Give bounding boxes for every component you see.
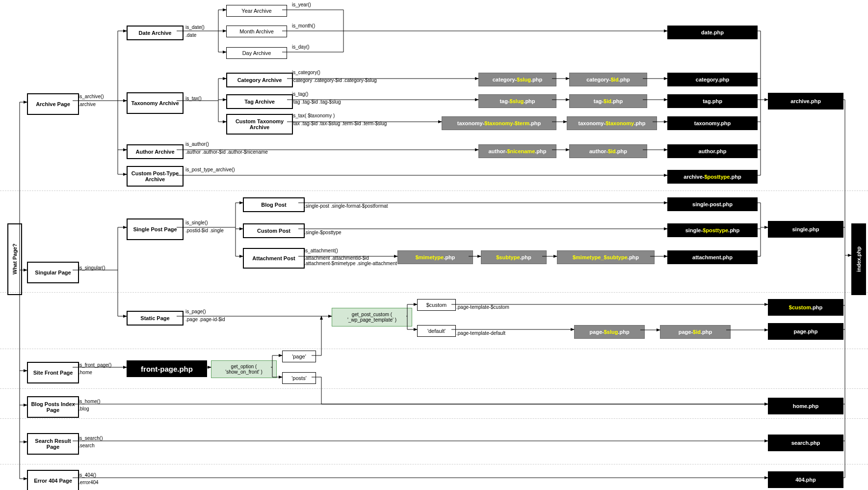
custom-tax-archive: Custom Taxonomy Archive <box>226 114 293 135</box>
cond: is_search() <box>79 436 103 441</box>
single-posttype: single-$posttype.php <box>667 223 758 237</box>
cls: .date <box>185 32 196 38</box>
cond: is_author() <box>185 141 209 147</box>
page-slug: page-$slug.php <box>574 325 645 339</box>
mime-subtype: $mimetype_$subtype.php <box>557 250 655 264</box>
attachment-post: Attachment Post <box>243 248 305 269</box>
search-page: Search Result Page <box>27 433 79 455</box>
index-php: index.php <box>851 223 866 295</box>
cond: is_home() <box>79 399 100 404</box>
category-php: category.php <box>667 73 758 86</box>
author-php: author.php <box>667 144 758 158</box>
search-php: search.php <box>768 435 843 451</box>
taxonomy-archive: Taxonomy Archive <box>127 92 184 114</box>
blog-page: Blog Posts Index Page <box>27 396 79 418</box>
month-archive: Month Archive <box>226 26 287 37</box>
cls: .blog <box>79 406 89 411</box>
home-php: home.php <box>768 398 843 414</box>
cls: .tag .tag-$id .tag-$slug <box>292 99 341 105</box>
custom-branch: $custom <box>417 299 456 311</box>
singular-page: Singular Page <box>27 262 79 283</box>
cond: is_front_page() <box>79 362 111 368</box>
cond: is_post_type_archive() <box>185 167 235 172</box>
cond: is_category() <box>292 70 320 75</box>
cat-slug: category-$slug.php <box>478 73 556 86</box>
cond: is_attachment() <box>304 248 338 253</box>
archive-php: archive.php <box>768 93 843 109</box>
wp-page-template: get_post_custom ( '_wp_page_template' ) <box>332 308 412 327</box>
subtype: $subtype.php <box>481 250 547 264</box>
cond: is_archive() <box>79 94 104 99</box>
taxonomy-php: taxonomy.php <box>667 116 758 130</box>
cond: is_singular() <box>79 265 105 271</box>
single-post-php: single-post.php <box>667 197 758 211</box>
cls: .single-$posttype <box>304 230 342 235</box>
cls: .category .category-$id .category-$slug <box>292 78 377 83</box>
404-php: 404.php <box>768 471 843 488</box>
year-archive: Year Archive <box>226 5 287 17</box>
cls: .single-post .single-format-$postformat <box>304 203 388 209</box>
cls: .postid-$id .single <box>185 228 224 233</box>
page-php: page.php <box>768 323 843 340</box>
date-archive: Date Archive <box>127 26 184 40</box>
static-page: Static Page <box>127 311 184 326</box>
blog-post: Blog Post <box>243 197 305 212</box>
cls: .page-template-default <box>456 330 505 336</box>
tag-php: tag.php <box>667 94 758 108</box>
cond: is_month() <box>292 23 315 28</box>
custom-post: Custom Post <box>243 223 305 238</box>
cond: is_day() <box>292 44 310 50</box>
cls: .archive <box>79 102 96 107</box>
show-on-front: get_option ( 'show_on_front' ) <box>211 360 277 378</box>
page-id: page-$id.php <box>660 325 731 339</box>
tax-term: taxonomy-$taxonomy-$term.php <box>442 116 556 130</box>
cond: is_year() <box>292 2 311 7</box>
error-page: Error 404 Page <box>27 470 79 490</box>
single-php: single.php <box>768 221 843 238</box>
cond: is_page() <box>185 309 206 314</box>
front-page-php: front-page.php <box>127 360 207 377</box>
cpt-archive: Custom Post-Type Archive <box>127 166 184 187</box>
cond: is_date() <box>185 25 205 30</box>
cond: is_tax() <box>185 96 202 101</box>
tax-only: taxonomy-$taxonomy.php <box>567 116 657 130</box>
cls: .home <box>79 370 92 375</box>
cond: is_404() <box>79 472 96 478</box>
day-archive: Day Archive <box>226 47 287 59</box>
category-archive: Category Archive <box>226 73 293 87</box>
cls: .error404 <box>79 480 99 485</box>
author-id: author-$id.php <box>569 144 647 158</box>
root-node: What Page? <box>7 223 22 295</box>
tag-id: tag-$id.php <box>569 94 647 108</box>
front-page: Site Front Page <box>27 362 79 383</box>
default-branch: 'default' <box>417 325 456 337</box>
cls: .page .page-id-$id <box>185 317 225 322</box>
diagram: What Page? index.php Archive Page is_arc… <box>0 0 868 490</box>
tag-slug: tag-$slug.php <box>478 94 556 108</box>
cond: is_tag() <box>292 91 308 97</box>
single-post-page: Single Post Page <box>127 218 184 240</box>
cls: .search <box>79 443 95 448</box>
cls: .author .author-$id .author-$nicename <box>185 149 268 155</box>
date-php: date.php <box>667 26 758 39</box>
cls: .page-template-$custom <box>456 304 509 310</box>
cond: is_single() <box>185 220 208 225</box>
attachment-php: attachment.php <box>667 250 758 264</box>
cls: .tax .tag-$id .tax-$slug .term-$id .term… <box>292 121 387 126</box>
mimetype: $mimetype.php <box>397 250 473 264</box>
cond: is_tax( $taxonomy ) <box>292 113 335 118</box>
author-archive: Author Archive <box>127 144 184 159</box>
cat-id: category-$id.php <box>569 73 647 86</box>
custom-php: $custom.php <box>768 299 843 316</box>
archive-page: Archive Page <box>27 93 79 115</box>
author-nicename: author-$nicename.php <box>478 144 556 158</box>
tag-archive: Tag Archive <box>226 94 293 109</box>
opt-posts: 'posts' <box>282 372 316 384</box>
archive-posttype: archive-$posttype.php <box>667 170 758 184</box>
cls: .attachment .attachmentid-$id .attachmen… <box>304 255 402 266</box>
opt-page: 'page' <box>282 351 316 362</box>
